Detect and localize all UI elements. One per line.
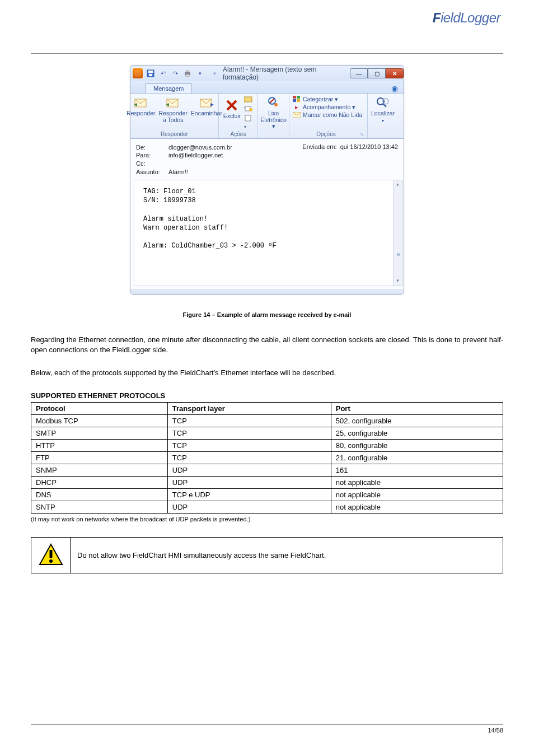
table-note: (It may not work on networks where the b… [31, 516, 503, 522]
group-junk: LixoEletrônico ▾ [258, 94, 289, 138]
group-label-find [371, 130, 395, 137]
svg-rect-15 [293, 96, 296, 99]
window-footer [130, 290, 404, 294]
window-controls: — ▢ ✕ [350, 68, 404, 78]
mark-unread-button[interactable]: Marcar como Não Lida [293, 111, 364, 118]
svg-rect-9 [244, 97, 252, 102]
document-page: FieldLogger ↶ ↷ ▾ ✦ Alarm!! - Mensagem (… [0, 0, 534, 756]
message-header: De:dlogger@novus.com.br Para:info@fieldl… [130, 139, 404, 180]
group-label-options: Opções↘ [293, 130, 364, 137]
table-row: FTPTCP21, configurable [31, 451, 503, 464]
body-line: S/N: 10999738 [143, 196, 393, 205]
actions-side-buttons: ▾ ▾ [244, 96, 253, 123]
body-line: Warn operation staff! [143, 223, 393, 232]
svg-rect-1 [148, 71, 153, 73]
print-icon[interactable] [183, 69, 192, 78]
table-row: SNMPUDP161 [31, 464, 503, 476]
redo-icon[interactable]: ↷ [171, 69, 180, 78]
svg-rect-22 [49, 550, 52, 558]
email-window: ↶ ↷ ▾ ✦ Alarm!! - Mensagem (texto sem fo… [130, 65, 404, 295]
sent-value: qui 16/12/2010 13:42 [340, 143, 398, 150]
dialog-launcher-icon[interactable]: ↘ [359, 131, 364, 137]
paragraph: Regarding the Ethernet connection, one m… [31, 335, 503, 354]
svg-point-14 [274, 103, 278, 106]
tab-mensagem[interactable]: Mensagem [145, 83, 192, 93]
brand-logo: FieldLogger [433, 10, 500, 26]
to-label: Para: [136, 151, 165, 160]
table-row: DNSTCP e UDPnot applicable [31, 488, 503, 501]
forward-button[interactable]: Encaminhar [191, 96, 222, 117]
header-rule [31, 53, 503, 54]
warning-text: Do not allow two FieldChart HMI simultan… [71, 537, 503, 573]
group-actions: Excluir ▾ ▾ Ações [219, 94, 258, 138]
table-row: Protocol Transport layer Port [31, 402, 503, 414]
sent-label: Enviada em: [302, 143, 336, 150]
paragraph: Below, each of the protocols supported b… [31, 368, 503, 378]
group-label-junk [261, 130, 285, 137]
close-button[interactable]: ✕ [386, 68, 404, 78]
table-row: SNTPUDPnot applicable [31, 501, 503, 513]
categorize-button[interactable]: Categorizar ▾ [293, 96, 364, 102]
ribbon-tabs: Mensagem ◉ [130, 81, 404, 94]
svg-rect-16 [297, 96, 300, 99]
move-icon[interactable]: ▾ [244, 96, 253, 104]
help-icon[interactable]: ◉ [391, 84, 400, 93]
table-row: Modbus TCPTCP502, configurable [31, 414, 503, 427]
office-icon[interactable] [133, 68, 143, 78]
subject-value: Alarm!! [168, 168, 188, 176]
window-title: Alarm!! - Mensagem (texto sem formatação… [219, 66, 350, 81]
table-row: DHCPUDPnot applicable [31, 476, 503, 488]
warning-icon [39, 543, 63, 567]
svg-rect-12 [245, 115, 251, 121]
undo-icon[interactable]: ↶ [158, 69, 167, 78]
svg-rect-17 [293, 99, 296, 102]
section-heading: SUPPORTED ETHERNET PROTOCOLS [31, 391, 503, 400]
group-label-responder: Responder [134, 130, 215, 137]
minimize-button[interactable]: — [350, 68, 368, 78]
warning-box: Do not allow two FieldChart HMI simultan… [31, 537, 503, 573]
page-number: 14/58 [488, 727, 503, 734]
scroll-up-icon[interactable]: ▴ [394, 180, 402, 189]
reply-button[interactable]: Responder [127, 96, 155, 117]
figure-caption: Figure 14 – Example of alarm message rec… [31, 311, 503, 318]
from-value: dlogger@novus.com.br [168, 143, 232, 152]
save-icon[interactable] [146, 69, 155, 78]
column-header: Transport layer [167, 402, 331, 414]
table-row: HTTPTCP80, configurable [31, 439, 503, 451]
group-find: Localizar▾ [368, 94, 398, 138]
group-responder: Responder Respondera Todos Encaminhar Re… [130, 94, 219, 138]
find-button[interactable]: Localizar▾ [371, 96, 395, 123]
to-value: info@fieldlogger.net [168, 151, 223, 160]
svg-rect-18 [297, 99, 300, 102]
group-label-actions: Ações [222, 130, 254, 137]
protocols-table: Protocol Transport layer Port Modbus TCP… [31, 402, 503, 514]
followup-button[interactable]: ▸Acompanhamento ▾ [293, 104, 364, 110]
other-actions-icon[interactable]: ▾ [244, 115, 253, 123]
message-body: TAG: Floor_01 S/N: 10999738 Alarm situat… [134, 180, 402, 286]
maximize-button[interactable]: ▢ [368, 68, 386, 78]
scroll-down-icon[interactable]: ▾ [394, 277, 402, 286]
svg-rect-2 [149, 74, 152, 76]
reply-all-button[interactable]: Respondera Todos [158, 96, 187, 123]
ribbon: Responder Respondera Todos Encaminhar Re… [130, 94, 404, 139]
separator: ✦ [212, 70, 217, 77]
svg-rect-4 [186, 70, 189, 72]
svg-rect-5 [186, 74, 189, 76]
junk-button[interactable]: LixoEletrônico ▾ [260, 96, 287, 130]
delete-button[interactable]: Excluir [223, 99, 241, 120]
subject-label: Assunto: [136, 168, 165, 176]
rules-icon[interactable] [244, 105, 253, 113]
svg-point-23 [49, 559, 53, 563]
warning-icon-cell [31, 537, 71, 573]
title-bar: ↶ ↷ ▾ ✦ Alarm!! - Mensagem (texto sem fo… [130, 66, 404, 81]
body-line: Alarm: ColdChamber_03 > -2.000 ºF [143, 241, 393, 250]
from-label: De: [136, 143, 165, 152]
page-footer: 14/58 [31, 724, 503, 734]
more-icon[interactable]: ▾ [195, 69, 204, 78]
column-header: Protocol [31, 402, 168, 414]
table-row: SMTPTCP25, configurable [31, 427, 503, 439]
scrollbar[interactable]: ▴ ≡ ▾ [393, 180, 402, 286]
body-line: Alarm situation! [143, 214, 393, 223]
cc-label: Cc: [136, 160, 165, 168]
column-header: Port [331, 402, 503, 414]
